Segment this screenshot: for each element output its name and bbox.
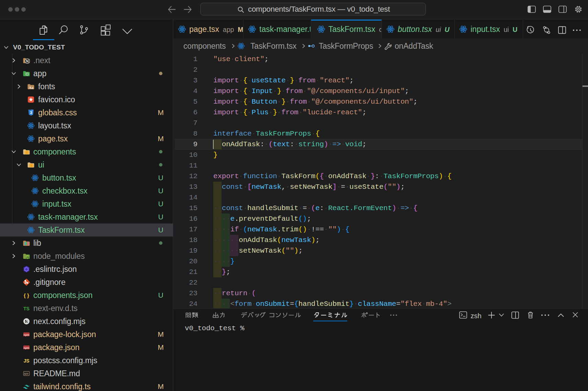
svg-text:Aa: Aa	[29, 85, 34, 90]
svg-text:M: M	[24, 372, 27, 376]
svg-text:3: 3	[30, 111, 32, 115]
svg-text:npm: npm	[24, 333, 30, 336]
svg-text:npm: npm	[24, 346, 30, 349]
svg-text:TS: TS	[23, 306, 30, 311]
svg-text:JS: JS	[26, 256, 29, 259]
svg-text:{ }: { }	[24, 292, 29, 298]
svg-text:JS: JS	[23, 358, 29, 364]
svg-text:N: N	[26, 59, 29, 63]
